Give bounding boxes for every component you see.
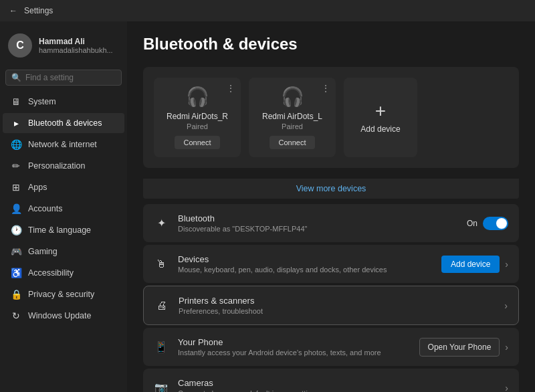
view-more-link[interactable]: View more devices xyxy=(143,179,519,199)
phone-row-icon: 📱 xyxy=(154,340,169,355)
sidebar-item-label: Accessibility xyxy=(28,268,74,278)
plus-icon: + xyxy=(375,102,386,120)
sidebar-item-bluetooth[interactable]: ▸ Bluetooth & devices xyxy=(3,113,124,133)
printers-row-title: Printers & scanners xyxy=(179,296,495,306)
phone-chevron-icon: › xyxy=(505,342,508,353)
user-name: Hammad Ali xyxy=(39,37,113,46)
sidebar-item-system[interactable]: 🖥 System xyxy=(3,92,124,112)
sidebar-item-privacy[interactable]: 🔒 Privacy & security xyxy=(3,284,124,304)
sidebar-item-label: Network & internet xyxy=(28,140,97,149)
device-card-1[interactable]: ⋮ 🎧 Redmi AirDots_L Paired Connect xyxy=(249,78,336,157)
sidebar-item-label: Personalization xyxy=(28,161,85,171)
devices-add-action: Add device › xyxy=(441,256,508,273)
bluetooth-toggle-action: On xyxy=(467,217,508,230)
sidebar-item-label: Privacy & security xyxy=(28,290,94,299)
printers-row-icon: 🖨 xyxy=(154,298,169,313)
accounts-icon: 👤 xyxy=(11,203,21,214)
device-name-0: Redmi AirDots_R xyxy=(167,112,228,121)
headphones-icon-0: 🎧 xyxy=(186,86,209,108)
bluetooth-toggle[interactable] xyxy=(483,217,508,230)
printers-section: 🖨 Printers & scanners Preferences, troub… xyxy=(143,286,519,325)
headphones-icon-1: 🎧 xyxy=(281,86,304,108)
accessibility-icon: ♿ xyxy=(11,268,21,278)
bluetooth-icon: ▸ xyxy=(11,118,21,128)
sidebar-item-update[interactable]: ↻ Windows Update xyxy=(3,306,124,326)
cameras-row-text: Cameras Connected cameras, default image… xyxy=(178,378,496,392)
sidebar-item-gaming[interactable]: 🎮 Gaming xyxy=(3,241,124,262)
sidebar-item-accounts[interactable]: 👤 Accounts xyxy=(3,199,124,219)
personalization-icon: ✏ xyxy=(11,161,21,171)
time-icon: 🕐 xyxy=(11,225,21,235)
sidebar-item-label: Bluetooth & devices xyxy=(28,118,102,128)
bluetooth-row-subtitle: Discoverable as "DESKTOP-MFFLP44" xyxy=(178,225,457,233)
sidebar-item-time[interactable]: 🕐 Time & language xyxy=(3,220,124,240)
yourphone-section: 📱 Your Phone Instantly access your Andro… xyxy=(143,328,519,366)
add-device-card[interactable]: + Add device xyxy=(344,78,417,157)
connect-button-1[interactable]: Connect xyxy=(270,136,316,149)
sidebar: C Hammad Ali hammadalishahbukh... 🔍 🖥 Sy… xyxy=(0,21,127,392)
devices-row[interactable]: 🖱 Devices Mouse, keyboard, pen, audio, d… xyxy=(143,245,519,283)
sidebar-item-apps[interactable]: ⊞ Apps xyxy=(3,177,124,197)
printers-chevron-icon: › xyxy=(504,300,508,311)
update-icon: ↻ xyxy=(11,310,21,321)
sidebar-item-personalization[interactable]: ✏ Personalization xyxy=(3,156,124,176)
network-icon: 🌐 xyxy=(11,139,21,150)
devices-row-icon: 🖱 xyxy=(154,257,169,272)
phone-action: Open Your Phone › xyxy=(419,338,508,357)
cameras-chevron-icon: › xyxy=(505,383,508,393)
title-bar-text: Settings xyxy=(24,6,53,15)
bluetooth-section: ✦ Bluetooth Discoverable as "DESKTOP-MFF… xyxy=(143,204,519,242)
sidebar-item-label: Apps xyxy=(28,183,47,192)
sidebar-item-network[interactable]: 🌐 Network & internet xyxy=(3,134,124,155)
user-section[interactable]: C Hammad Ali hammadalishahbukh... xyxy=(0,27,127,64)
bluetooth-row-text: Bluetooth Discoverable as "DESKTOP-MFFLP… xyxy=(178,213,457,233)
bluetooth-row[interactable]: ✦ Bluetooth Discoverable as "DESKTOP-MFF… xyxy=(143,204,519,242)
privacy-icon: 🔒 xyxy=(11,289,21,300)
add-device-button[interactable]: Add device xyxy=(441,256,500,273)
open-phone-button[interactable]: Open Your Phone xyxy=(419,338,500,357)
cameras-section: 📷 Cameras Connected cameras, default ima… xyxy=(143,369,519,392)
connect-button-0[interactable]: Connect xyxy=(175,136,221,149)
cameras-row[interactable]: 📷 Cameras Connected cameras, default ima… xyxy=(143,369,519,392)
sidebar-item-label: Accounts xyxy=(28,204,62,213)
toggle-on-label: On xyxy=(467,219,477,228)
apps-icon: ⊞ xyxy=(11,182,21,193)
sidebar-item-label: System xyxy=(28,97,56,106)
sidebar-item-label: Gaming xyxy=(28,247,58,256)
search-input[interactable] xyxy=(25,73,116,82)
main-layout: C Hammad Ali hammadalishahbukh... 🔍 🖥 Sy… xyxy=(0,21,535,392)
title-bar: ← Settings xyxy=(0,0,535,21)
yourphone-row[interactable]: 📱 Your Phone Instantly access your Andro… xyxy=(143,328,519,366)
phone-row-subtitle: Instantly access your Android device's p… xyxy=(178,349,410,357)
device-cards-container: ⋮ 🎧 Redmi AirDots_R Paired Connect ⋮ 🎧 R… xyxy=(143,67,519,168)
add-device-label: Add device xyxy=(360,124,400,134)
device-card-0[interactable]: ⋮ 🎧 Redmi AirDots_R Paired Connect xyxy=(154,78,241,157)
search-box[interactable]: 🔍 xyxy=(5,70,122,86)
device-card-menu-0[interactable]: ⋮ xyxy=(226,83,235,94)
bluetooth-row-title: Bluetooth xyxy=(178,213,457,223)
gaming-icon: 🎮 xyxy=(11,246,21,257)
user-info: Hammad Ali hammadalishahbukh... xyxy=(39,37,113,54)
device-status-1: Paired xyxy=(282,122,303,130)
printers-row-text: Printers & scanners Preferences, trouble… xyxy=(179,296,495,315)
device-card-menu-1[interactable]: ⋮ xyxy=(321,83,330,94)
cameras-row-subtitle: Connected cameras, default image setting… xyxy=(178,389,496,392)
devices-row-title: Devices xyxy=(178,254,432,264)
phone-row-title: Your Phone xyxy=(178,337,410,347)
back-button[interactable]: ← xyxy=(8,5,19,16)
page-title: Bluetooth & devices xyxy=(143,35,519,54)
devices-row-text: Devices Mouse, keyboard, pen, audio, dis… xyxy=(178,254,432,274)
devices-row-subtitle: Mouse, keyboard, pen, audio, displays an… xyxy=(178,266,432,274)
sidebar-item-accessibility[interactable]: ♿ Accessibility xyxy=(3,263,124,283)
cameras-row-icon: 📷 xyxy=(154,381,169,393)
cameras-row-title: Cameras xyxy=(178,378,496,388)
printers-row-subtitle: Preferences, troubleshoot xyxy=(179,307,495,315)
system-icon: 🖥 xyxy=(11,96,21,107)
printers-row[interactable]: 🖨 Printers & scanners Preferences, troub… xyxy=(144,286,518,324)
printers-chevron-action: › xyxy=(504,300,508,311)
device-status-0: Paired xyxy=(187,122,208,130)
sidebar-item-label: Windows Update xyxy=(28,311,92,320)
bluetooth-row-icon: ✦ xyxy=(154,216,169,231)
sidebar-item-label: Time & language xyxy=(28,225,91,235)
avatar: C xyxy=(8,33,32,58)
